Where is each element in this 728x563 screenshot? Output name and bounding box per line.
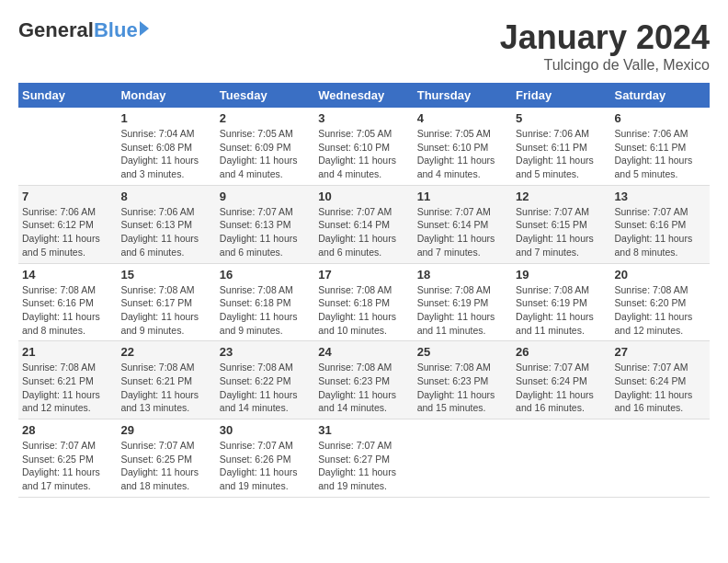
day-cell <box>18 108 117 185</box>
day-detail: Sunrise: 7:08 AMSunset: 6:18 PMDaylight:… <box>220 283 311 338</box>
day-cell: 10Sunrise: 7:07 AMSunset: 6:14 PMDayligh… <box>314 185 413 263</box>
header-row: SundayMondayTuesdayWednesdayThursdayFrid… <box>18 83 710 108</box>
day-cell: 6Sunrise: 7:06 AMSunset: 6:11 PMDaylight… <box>611 108 710 185</box>
title-block: January 2024 Tulcingo de Valle, Mexico <box>500 18 710 74</box>
week-row-2: 7Sunrise: 7:06 AMSunset: 6:12 PMDaylight… <box>18 185 710 263</box>
day-cell: 26Sunrise: 7:07 AMSunset: 6:24 PMDayligh… <box>512 341 610 419</box>
day-number: 25 <box>417 345 508 359</box>
calendar-subtitle: Tulcingo de Valle, Mexico <box>500 57 710 74</box>
week-row-4: 21Sunrise: 7:08 AMSunset: 6:21 PMDayligh… <box>18 341 710 419</box>
day-number: 10 <box>318 190 409 203</box>
day-cell: 18Sunrise: 7:08 AMSunset: 6:19 PMDayligh… <box>414 263 512 341</box>
day-number: 12 <box>516 190 607 203</box>
day-detail: Sunrise: 7:07 AMSunset: 6:24 PMDaylight:… <box>516 361 607 415</box>
day-detail: Sunrise: 7:07 AMSunset: 6:25 PMDaylight:… <box>22 439 113 493</box>
day-detail: Sunrise: 7:07 AMSunset: 6:25 PMDaylight:… <box>120 439 211 493</box>
day-number: 17 <box>318 268 409 282</box>
header-day-sunday: Sunday <box>18 83 117 108</box>
day-detail: Sunrise: 7:08 AMSunset: 6:16 PMDaylight:… <box>22 283 113 338</box>
day-detail: Sunrise: 7:07 AMSunset: 6:15 PMDaylight:… <box>516 205 607 259</box>
logo-blue-text: Blue <box>94 18 138 42</box>
day-detail: Sunrise: 7:08 AMSunset: 6:21 PMDaylight:… <box>22 361 113 415</box>
day-number: 28 <box>22 423 113 437</box>
day-number: 31 <box>318 423 409 437</box>
day-detail: Sunrise: 7:05 AMSunset: 6:10 PMDaylight:… <box>318 127 409 181</box>
day-cell: 28Sunrise: 7:07 AMSunset: 6:25 PMDayligh… <box>18 419 117 498</box>
day-detail: Sunrise: 7:08 AMSunset: 6:19 PMDaylight:… <box>516 283 607 338</box>
day-detail: Sunrise: 7:07 AMSunset: 6:24 PMDaylight:… <box>615 361 706 415</box>
day-cell: 5Sunrise: 7:06 AMSunset: 6:11 PMDaylight… <box>512 108 610 185</box>
day-detail: Sunrise: 7:05 AMSunset: 6:10 PMDaylight:… <box>417 127 508 181</box>
day-cell: 21Sunrise: 7:08 AMSunset: 6:21 PMDayligh… <box>18 341 117 419</box>
day-cell: 4Sunrise: 7:05 AMSunset: 6:10 PMDaylight… <box>414 108 512 185</box>
day-detail: Sunrise: 7:07 AMSunset: 6:16 PMDaylight:… <box>615 205 706 259</box>
logo-arrow-icon <box>140 21 149 36</box>
day-detail: Sunrise: 7:08 AMSunset: 6:19 PMDaylight:… <box>417 283 508 338</box>
day-cell <box>611 419 710 498</box>
day-detail: Sunrise: 7:06 AMSunset: 6:11 PMDaylight:… <box>516 127 607 181</box>
day-number: 16 <box>220 268 311 282</box>
day-detail: Sunrise: 7:08 AMSunset: 6:22 PMDaylight:… <box>220 361 311 415</box>
day-detail: Sunrise: 7:07 AMSunset: 6:13 PMDaylight:… <box>220 205 311 259</box>
day-detail: Sunrise: 7:07 AMSunset: 6:27 PMDaylight:… <box>318 439 409 493</box>
day-detail: Sunrise: 7:04 AMSunset: 6:08 PMDaylight:… <box>120 127 211 181</box>
day-detail: Sunrise: 7:06 AMSunset: 6:12 PMDaylight:… <box>22 205 113 259</box>
header-day-monday: Monday <box>117 83 215 108</box>
day-cell: 27Sunrise: 7:07 AMSunset: 6:24 PMDayligh… <box>611 341 710 419</box>
day-number: 18 <box>417 268 508 282</box>
calendar-title: January 2024 <box>500 18 710 57</box>
day-detail: Sunrise: 7:07 AMSunset: 6:14 PMDaylight:… <box>417 205 508 259</box>
day-cell: 3Sunrise: 7:05 AMSunset: 6:10 PMDaylight… <box>314 108 413 185</box>
week-row-5: 28Sunrise: 7:07 AMSunset: 6:25 PMDayligh… <box>18 419 710 498</box>
day-number: 15 <box>120 268 211 282</box>
day-detail: Sunrise: 7:08 AMSunset: 6:23 PMDaylight:… <box>318 361 409 415</box>
day-number: 9 <box>220 190 311 203</box>
day-detail: Sunrise: 7:08 AMSunset: 6:20 PMDaylight:… <box>615 283 706 338</box>
header-day-wednesday: Wednesday <box>314 83 413 108</box>
calendar-table: SundayMondayTuesdayWednesdayThursdayFrid… <box>18 83 710 498</box>
day-number: 2 <box>220 111 311 125</box>
day-cell: 29Sunrise: 7:07 AMSunset: 6:25 PMDayligh… <box>117 419 215 498</box>
day-detail: Sunrise: 7:08 AMSunset: 6:18 PMDaylight:… <box>318 283 409 338</box>
day-cell: 13Sunrise: 7:07 AMSunset: 6:16 PMDayligh… <box>611 185 710 263</box>
day-cell: 11Sunrise: 7:07 AMSunset: 6:14 PMDayligh… <box>414 185 512 263</box>
day-number: 4 <box>417 111 508 125</box>
day-cell <box>414 419 512 498</box>
day-number: 23 <box>220 345 311 359</box>
day-detail: Sunrise: 7:06 AMSunset: 6:13 PMDaylight:… <box>120 205 211 259</box>
day-number: 11 <box>417 190 508 203</box>
page-header: General Blue January 2024 Tulcingo de Va… <box>18 18 710 74</box>
day-number: 19 <box>516 268 607 282</box>
day-number: 5 <box>516 111 607 125</box>
day-cell: 31Sunrise: 7:07 AMSunset: 6:27 PMDayligh… <box>314 419 413 498</box>
day-cell: 14Sunrise: 7:08 AMSunset: 6:16 PMDayligh… <box>18 263 117 341</box>
day-detail: Sunrise: 7:07 AMSunset: 6:14 PMDaylight:… <box>318 205 409 259</box>
day-number: 26 <box>516 345 607 359</box>
day-detail: Sunrise: 7:08 AMSunset: 6:17 PMDaylight:… <box>120 283 211 338</box>
day-cell: 24Sunrise: 7:08 AMSunset: 6:23 PMDayligh… <box>314 341 413 419</box>
day-number: 13 <box>615 190 706 203</box>
header-day-friday: Friday <box>512 83 610 108</box>
day-cell: 12Sunrise: 7:07 AMSunset: 6:15 PMDayligh… <box>512 185 610 263</box>
day-cell: 20Sunrise: 7:08 AMSunset: 6:20 PMDayligh… <box>611 263 710 341</box>
day-cell: 1Sunrise: 7:04 AMSunset: 6:08 PMDaylight… <box>117 108 215 185</box>
logo: General Blue <box>18 18 149 42</box>
day-number: 27 <box>615 345 706 359</box>
week-row-3: 14Sunrise: 7:08 AMSunset: 6:16 PMDayligh… <box>18 263 710 341</box>
day-cell: 15Sunrise: 7:08 AMSunset: 6:17 PMDayligh… <box>117 263 215 341</box>
header-day-tuesday: Tuesday <box>216 83 314 108</box>
day-number: 21 <box>22 345 113 359</box>
day-detail: Sunrise: 7:08 AMSunset: 6:21 PMDaylight:… <box>120 361 211 415</box>
day-cell <box>512 419 610 498</box>
day-number: 14 <box>22 268 113 282</box>
day-cell: 19Sunrise: 7:08 AMSunset: 6:19 PMDayligh… <box>512 263 610 341</box>
day-cell: 30Sunrise: 7:07 AMSunset: 6:26 PMDayligh… <box>216 419 314 498</box>
day-number: 6 <box>615 111 706 125</box>
day-cell: 16Sunrise: 7:08 AMSunset: 6:18 PMDayligh… <box>216 263 314 341</box>
day-cell: 25Sunrise: 7:08 AMSunset: 6:23 PMDayligh… <box>414 341 512 419</box>
day-detail: Sunrise: 7:06 AMSunset: 6:11 PMDaylight:… <box>615 127 706 181</box>
day-detail: Sunrise: 7:08 AMSunset: 6:23 PMDaylight:… <box>417 361 508 415</box>
header-day-thursday: Thursday <box>414 83 512 108</box>
day-cell: 8Sunrise: 7:06 AMSunset: 6:13 PMDaylight… <box>117 185 215 263</box>
day-number: 7 <box>22 190 113 203</box>
